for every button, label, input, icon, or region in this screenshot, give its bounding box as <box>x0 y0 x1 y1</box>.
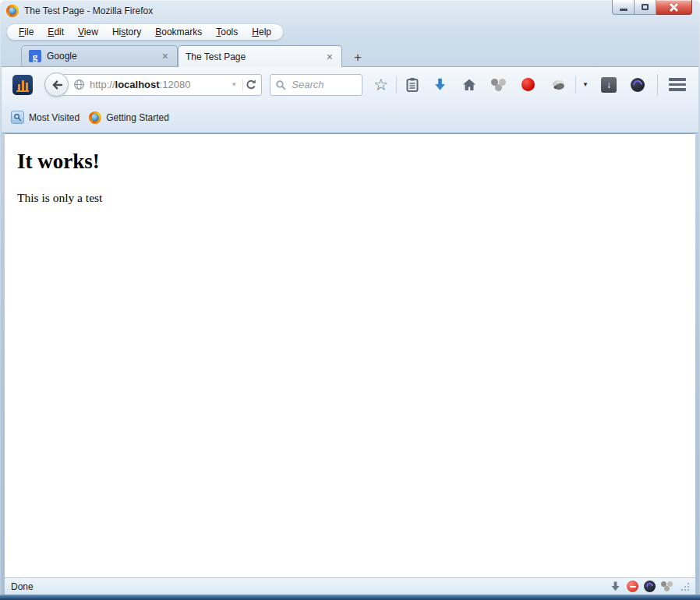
back-arrow-icon <box>51 79 63 91</box>
status-gray-circles-icon[interactable] <box>661 581 673 591</box>
bookmark-getting-started[interactable]: Getting Started <box>89 111 169 124</box>
divider <box>575 76 576 94</box>
tab-close-icon[interactable]: × <box>325 51 334 62</box>
new-tab-button[interactable]: + <box>346 48 369 66</box>
menu-tools[interactable]: Tools <box>209 25 245 39</box>
globe-icon <box>73 79 85 90</box>
bookmark-most-visited[interactable]: Most Visited <box>11 111 80 124</box>
search-bar[interactable] <box>270 74 362 96</box>
reload-icon[interactable] <box>245 79 257 91</box>
back-button[interactable] <box>44 72 69 97</box>
divider <box>242 79 243 91</box>
bug-extension-icon[interactable] <box>550 79 567 91</box>
navigation-toolbar: http://localhost:12080 ▼ ☆ <box>2 66 698 102</box>
page-heading: It works! <box>17 150 695 174</box>
menu-edit[interactable]: Edit <box>41 25 71 39</box>
tab-label: Google <box>47 51 161 62</box>
downloads-button[interactable] <box>433 77 447 92</box>
clipboard-icon <box>405 77 420 93</box>
resize-grip[interactable] <box>681 582 689 591</box>
fly-icon <box>550 79 567 91</box>
menu-bookmarks[interactable]: Bookmarks <box>148 25 209 39</box>
firefox-icon <box>6 5 19 17</box>
bookmark-label: Getting Started <box>106 112 169 123</box>
smart-folder-icon <box>11 111 24 124</box>
page-content: It works! This is only a test <box>5 133 695 577</box>
dark-download-extension-icon[interactable]: ↓ <box>601 77 617 93</box>
status-icons <box>610 581 689 592</box>
home-icon <box>461 77 477 93</box>
bookmarks-menu-icon[interactable] <box>405 77 420 93</box>
browser-window: The Test Page - Mozilla Firefox File Edi… <box>0 0 700 600</box>
url-history-dropdown-icon[interactable]: ▼ <box>227 81 241 88</box>
tab-test-page[interactable]: The Test Page × <box>178 45 342 67</box>
minimize-button[interactable] <box>612 0 635 15</box>
bookmark-label: Most Visited <box>29 112 80 123</box>
window-controls <box>612 0 692 15</box>
status-blocked-icon[interactable] <box>627 581 638 592</box>
download-arrow-icon <box>433 77 447 92</box>
firefox-icon <box>89 111 101 124</box>
menu-hamburger-icon[interactable] <box>669 78 686 91</box>
tab-label: The Test Page <box>186 51 325 62</box>
divider <box>657 74 658 96</box>
url-text: http://localhost:12080 <box>90 79 227 90</box>
extension-dropdown-icon[interactable]: ▼ <box>582 81 589 88</box>
red-dot-extension-icon[interactable] <box>521 78 535 91</box>
tab-strip: g Google × The Test Page × + <box>0 43 700 66</box>
close-icon <box>669 3 679 12</box>
tab-google[interactable]: g Google × <box>21 45 178 66</box>
status-text: Done <box>11 581 34 592</box>
gray-circles-extension-icon[interactable] <box>491 79 506 91</box>
home-button[interactable] <box>461 77 477 93</box>
menu-history[interactable]: History <box>105 25 148 39</box>
menu-help[interactable]: Help <box>245 25 278 39</box>
title-bar: The Test Page - Mozilla Firefox <box>0 0 700 22</box>
bookmark-star-icon[interactable]: ☆ <box>373 76 388 93</box>
search-icon <box>275 79 286 90</box>
restore-button[interactable] <box>635 0 656 15</box>
status-download-arrow-icon[interactable] <box>610 581 621 592</box>
restore-icon <box>642 4 649 10</box>
chart-extension-icon[interactable] <box>12 75 33 95</box>
google-favicon-icon: g <box>29 50 41 62</box>
menu-file[interactable]: File <box>12 25 41 39</box>
status-bar: Done <box>5 577 695 595</box>
menu-bar: File Edit View History Bookmarks Tools H… <box>0 22 700 43</box>
menu-view[interactable]: View <box>71 25 105 39</box>
window-bottom-border <box>0 595 700 600</box>
page-body-text: This is only a test <box>17 191 695 205</box>
divider <box>396 76 397 94</box>
purple-swirl-extension-icon[interactable] <box>631 78 645 92</box>
bookmarks-toolbar: Most Visited Getting Started <box>2 102 698 133</box>
minimize-icon <box>620 9 628 11</box>
url-bar[interactable]: http://localhost:12080 ▼ <box>62 74 262 96</box>
search-input[interactable] <box>290 78 357 91</box>
window-title: The Test Page - Mozilla Firefox <box>24 5 153 16</box>
status-purple-swirl-icon[interactable] <box>644 581 656 592</box>
menu-pill: File Edit View History Bookmarks Tools H… <box>6 23 284 41</box>
close-button[interactable] <box>656 0 692 15</box>
tab-close-icon[interactable]: × <box>161 51 170 62</box>
